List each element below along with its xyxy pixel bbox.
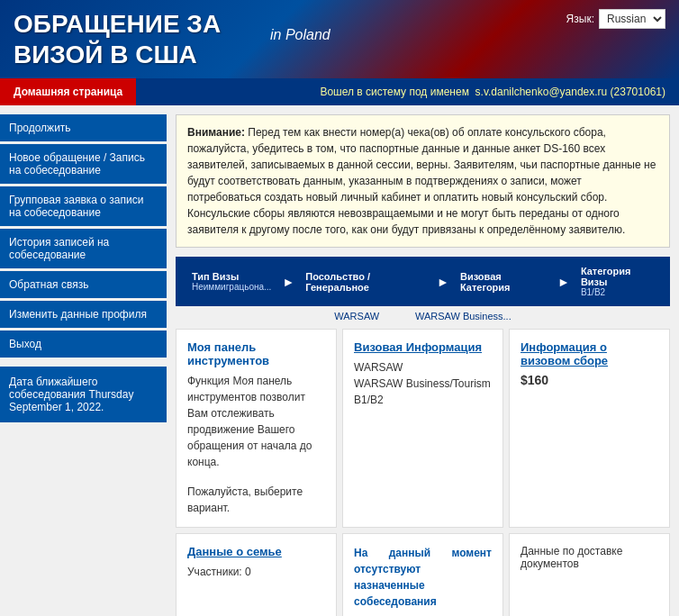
main-layout: Продолжить Новое обращение / Запись на с… bbox=[0, 105, 679, 616]
family-link[interactable]: Данные о семье bbox=[187, 545, 325, 558]
nav-bar: Домашняя страница Вошел в систему под им… bbox=[0, 78, 679, 105]
delivery-title: Данные по доставке документов bbox=[521, 545, 658, 570]
step1-value: Неиммиграцьона... bbox=[192, 282, 271, 292]
family-card: Данные о семье Участники: 0 bbox=[176, 533, 337, 616]
user-email: s.v.danilchenko@yandex.ru (23701061) bbox=[475, 86, 665, 98]
warsaw-top: WARSAW bbox=[334, 311, 379, 322]
sidebar-item-continue[interactable]: Продолжить bbox=[0, 114, 167, 141]
sidebar-item-history[interactable]: История записей на собеседование bbox=[0, 229, 167, 268]
language-select[interactable]: Russian English bbox=[599, 9, 665, 29]
my-tools-description: Функция Моя панель инструментов позволит… bbox=[187, 373, 325, 470]
user-info: Вошел в систему под именем s.v.danilchen… bbox=[306, 78, 679, 105]
location-label: in Poland bbox=[270, 27, 330, 43]
my-tools-card: Моя панель инструментов Функция Моя пане… bbox=[176, 329, 337, 528]
step-visa-class: Категория Визы B1/B2 bbox=[574, 262, 661, 301]
interview-title: На данный момент отсутствуют назначенные… bbox=[354, 545, 492, 610]
sidebar: Продолжить Новое обращение / Запись на с… bbox=[0, 105, 167, 616]
notice-text: Перед тем как внести номер(а) чека(ов) о… bbox=[187, 126, 656, 236]
visa-info-card: Визовая Информация WARSAW WARSAW Busines… bbox=[342, 329, 503, 528]
step2-label: Посольство / Генеральное bbox=[305, 271, 426, 293]
step1-label: Тип Визы bbox=[192, 271, 239, 282]
delivery-card: Данные по доставке документов bbox=[509, 533, 670, 616]
fee-amount: $160 bbox=[521, 373, 658, 387]
notice-bold: Внимание: bbox=[187, 126, 245, 139]
sidebar-item-feedback[interactable]: Обратная связь bbox=[0, 271, 167, 298]
fee-info-card: Информация о визовом сборе $160 bbox=[509, 329, 670, 528]
step-visa-category: Визовая Категория bbox=[453, 267, 554, 296]
site-title: ОБРАЩЕНИЕ ЗА ВИЗОЙ В США bbox=[14, 9, 221, 69]
step-embassy: Посольство / Генеральное bbox=[298, 267, 433, 296]
next-interview-date: Дата ближайшего собеседования Thursday S… bbox=[0, 367, 167, 422]
arrow-icon-3: ► bbox=[557, 275, 570, 289]
home-link[interactable]: Домашняя страница bbox=[0, 78, 136, 105]
fee-info-link[interactable]: Информация о визовом сборе bbox=[521, 340, 658, 367]
warsaw-label-area: WARSAW WARSAW Business... bbox=[176, 311, 670, 322]
step4-value: B1/B2 bbox=[581, 287, 605, 297]
arrow-icon-2: ► bbox=[437, 275, 449, 289]
page-header: ОБРАЩЕНИЕ ЗА ВИЗОЙ В США in Poland Язык:… bbox=[0, 0, 679, 78]
user-label-text: Вошел в систему под именем bbox=[320, 86, 469, 98]
main-content: Внимание: Перед тем как внести номер(а) … bbox=[167, 105, 679, 616]
sidebar-item-group-application[interactable]: Групповая заявка о записи на собеседован… bbox=[0, 186, 167, 226]
step4-label: Категория Визы bbox=[581, 266, 654, 287]
arrow-icon-1: ► bbox=[282, 275, 294, 289]
dashboard-grid: Моя панель инструментов Функция Моя пане… bbox=[176, 329, 670, 616]
family-participants: Участники: 0 bbox=[187, 564, 325, 580]
sidebar-item-profile[interactable]: Изменить данные профиля bbox=[0, 301, 167, 328]
visa-info-link[interactable]: Визовая Информация bbox=[354, 340, 492, 354]
my-tools-prompt: Пожалуйста, выберите вариант. bbox=[187, 484, 325, 516]
step3-label: Визовая Категория bbox=[460, 271, 547, 293]
my-tools-title: Моя панель инструментов bbox=[187, 340, 325, 367]
visa-location1: WARSAW bbox=[354, 359, 492, 376]
notice-box: Внимание: Перед тем как внести номер(а) … bbox=[176, 114, 670, 248]
sidebar-item-new-application[interactable]: Новое обращение / Запись на собеседовани… bbox=[0, 144, 167, 184]
warsaw-bottom: WARSAW Business... bbox=[415, 311, 512, 322]
sidebar-item-logout[interactable]: Выход bbox=[0, 331, 167, 358]
lang-label: Язык: bbox=[566, 13, 594, 25]
step-visa-type: Тип Визы Неиммиграцьона... bbox=[185, 267, 278, 295]
progress-bar: Тип Визы Неиммиграцьона... ► Посольство … bbox=[176, 257, 670, 306]
visa-category: B1/B2 bbox=[354, 392, 492, 408]
visa-location2: WARSAW Business/Tourism bbox=[354, 376, 492, 392]
interview-card: На данный момент отсутствуют назначенные… bbox=[342, 533, 503, 616]
language-selector-area: Язык: Russian English bbox=[566, 9, 665, 29]
